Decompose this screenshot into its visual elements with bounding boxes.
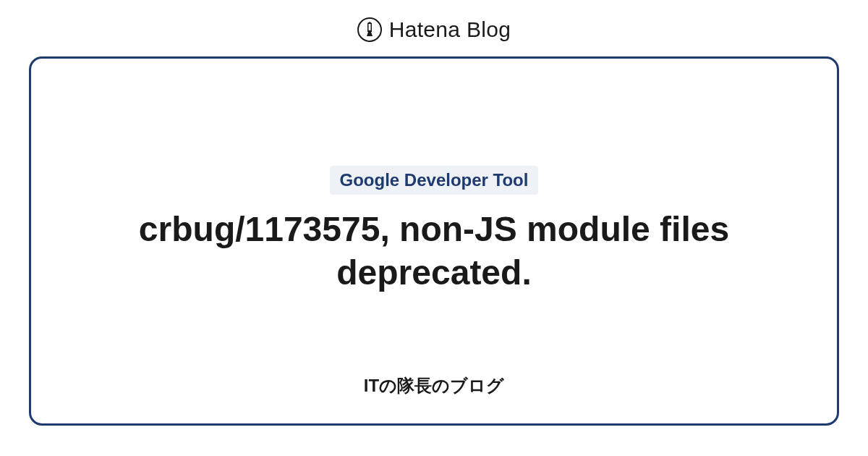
category-tag: Google Developer Tool [330,166,539,195]
hatena-logo-icon [357,17,382,42]
svg-rect-1 [368,24,370,30]
card-content: Google Developer Tool crbug/1173575, non… [109,166,760,295]
brand-name: Hatena Blog [389,17,511,42]
article-title: crbug/1173575, non-JS module files depre… [109,208,760,295]
blog-name: ITの隊長のブログ [364,374,504,397]
article-card: Google Developer Tool crbug/1173575, non… [29,56,839,426]
site-header: Hatena Blog [357,0,511,56]
